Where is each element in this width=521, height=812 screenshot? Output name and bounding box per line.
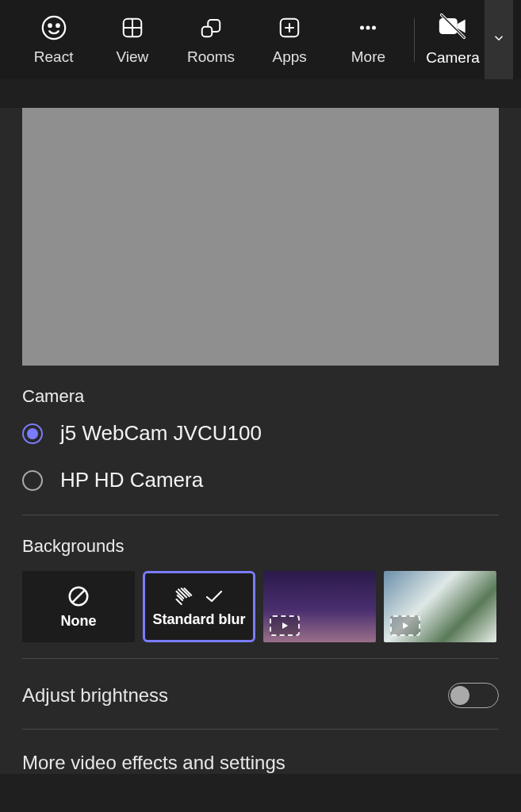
svg-point-2 bbox=[56, 24, 59, 26]
svg-line-18 bbox=[72, 589, 85, 602]
adjust-brightness-label: Adjust brightness bbox=[22, 684, 168, 707]
svg-marker-26 bbox=[403, 622, 408, 629]
more-label: More bbox=[351, 48, 385, 66]
video-badge-icon bbox=[270, 615, 300, 636]
background-none[interactable]: None bbox=[22, 571, 135, 642]
svg-point-11 bbox=[360, 26, 364, 30]
svg-point-0 bbox=[42, 17, 64, 39]
camera-options-chevron[interactable] bbox=[485, 0, 513, 79]
none-icon bbox=[67, 584, 90, 608]
camera-label: Camera bbox=[426, 49, 480, 67]
adjust-brightness-row: Adjust brightness bbox=[22, 683, 499, 708]
background-tiles-row: None Standard blur bbox=[22, 571, 499, 642]
brightness-toggle[interactable] bbox=[448, 683, 499, 708]
camera-settings-panel: Camera j5 WebCam JVCU100 HP HD Camera Ba… bbox=[0, 108, 521, 774]
react-button[interactable]: React bbox=[14, 8, 93, 71]
toggle-knob bbox=[450, 686, 469, 705]
smiley-icon bbox=[40, 13, 67, 42]
svg-line-24 bbox=[177, 599, 182, 603]
meeting-toolbar: React View Rooms Apps bbox=[0, 0, 521, 79]
divider bbox=[22, 515, 499, 515]
toolbar-divider bbox=[414, 18, 415, 62]
radio-selected-icon bbox=[22, 423, 43, 444]
more-button[interactable]: More bbox=[329, 8, 408, 71]
svg-point-1 bbox=[48, 24, 51, 26]
camera-option-label: j5 WebCam JVCU100 bbox=[60, 421, 262, 446]
camera-option-j5[interactable]: j5 WebCam JVCU100 bbox=[22, 421, 499, 446]
svg-point-13 bbox=[372, 26, 376, 30]
camera-preview bbox=[22, 108, 499, 366]
camera-off-icon bbox=[437, 13, 469, 43]
radio-unselected-icon bbox=[22, 470, 43, 491]
react-label: React bbox=[34, 48, 74, 66]
apps-label: Apps bbox=[273, 48, 307, 66]
divider bbox=[22, 658, 499, 659]
svg-point-12 bbox=[366, 26, 370, 30]
video-badge-icon bbox=[390, 615, 420, 636]
blur-icon bbox=[174, 586, 224, 607]
more-video-effects-link[interactable]: More video effects and settings bbox=[22, 752, 499, 774]
camera-section-label: Camera bbox=[22, 386, 499, 407]
camera-option-hp[interactable]: HP HD Camera bbox=[22, 468, 499, 492]
chevron-down-icon bbox=[492, 31, 506, 48]
background-image-2[interactable] bbox=[384, 571, 496, 642]
rooms-icon bbox=[199, 13, 223, 42]
camera-toggle-button[interactable]: Camera bbox=[421, 13, 485, 67]
view-button[interactable]: View bbox=[93, 8, 171, 71]
background-standard-blur[interactable]: Standard blur bbox=[143, 571, 255, 642]
rooms-label: Rooms bbox=[187, 48, 235, 66]
tile-label: Standard blur bbox=[152, 611, 245, 628]
svg-line-20 bbox=[178, 589, 186, 597]
camera-option-label: HP HD Camera bbox=[60, 468, 203, 492]
background-image-1[interactable] bbox=[263, 571, 376, 642]
svg-marker-25 bbox=[282, 622, 288, 629]
tile-label: None bbox=[61, 613, 97, 630]
ellipsis-icon bbox=[356, 13, 380, 42]
view-label: View bbox=[116, 48, 148, 66]
rooms-button[interactable]: Rooms bbox=[171, 8, 250, 71]
svg-rect-7 bbox=[202, 27, 213, 37]
plus-square-icon bbox=[278, 13, 301, 42]
backgrounds-section-label: Backgrounds bbox=[22, 536, 499, 557]
divider bbox=[22, 729, 499, 730]
grid-icon bbox=[121, 13, 144, 42]
apps-button[interactable]: Apps bbox=[251, 8, 329, 71]
